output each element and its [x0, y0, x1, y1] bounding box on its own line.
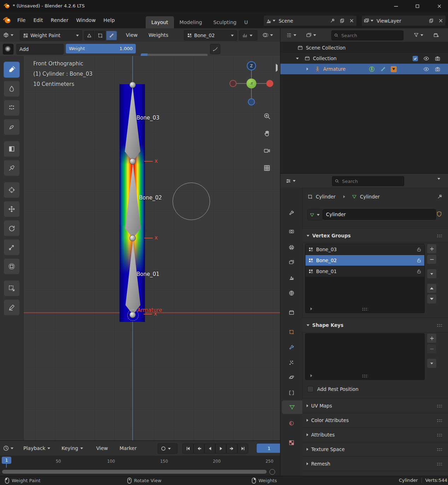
- tab-view-layer[interactable]: [280, 255, 302, 269]
- menu-edit[interactable]: Edit: [29, 15, 47, 25]
- scene-browse-button[interactable]: [264, 18, 277, 24]
- panel-drag-grip[interactable]: [437, 462, 443, 466]
- lock-open-icon[interactable]: [417, 247, 421, 252]
- paint-mask-face-toggle[interactable]: [84, 31, 94, 40]
- breadcrumb-data[interactable]: Cylinder: [360, 194, 380, 200]
- playback-menu[interactable]: Playback: [20, 443, 54, 453]
- tool-transform[interactable]: [4, 258, 20, 275]
- menu-window[interactable]: Window: [72, 15, 99, 25]
- marker-menu[interactable]: Marker: [116, 443, 140, 453]
- tab-physics[interactable]: [280, 370, 302, 384]
- vertex-group-add-button[interactable]: [427, 244, 437, 254]
- play-button[interactable]: [215, 444, 226, 454]
- tool-cursor[interactable]: [4, 182, 20, 198]
- menu-help[interactable]: Help: [100, 15, 119, 25]
- navigation-gizmo[interactable]: Z -Y: [226, 59, 276, 108]
- workspace-tab-uv-editing[interactable]: U: [242, 16, 250, 28]
- mode-dropdown[interactable]: Weight Paint: [20, 30, 82, 41]
- properties-search-input[interactable]: [341, 178, 401, 184]
- mesh-browse-button[interactable]: [307, 209, 323, 220]
- panel-drag-grip[interactable]: [437, 448, 443, 451]
- tab-modifiers[interactable]: [280, 340, 302, 354]
- lock-open-icon[interactable]: [417, 258, 421, 263]
- auto-keying-button[interactable]: [158, 443, 178, 454]
- weight-slider[interactable]: Weight 1.000: [66, 44, 136, 53]
- pin-id-icon[interactable]: [437, 194, 443, 200]
- grid-toggle-button[interactable]: [262, 163, 272, 173]
- next-keyframe-button[interactable]: [226, 444, 237, 454]
- scene-pin-icon[interactable]: [328, 18, 337, 23]
- display-mode-dropdown[interactable]: [306, 30, 316, 40]
- blend-mode-dropdown[interactable]: Add: [16, 44, 64, 54]
- hide-eye-icon[interactable]: [423, 66, 429, 72]
- expand-chevron[interactable]: [307, 68, 308, 70]
- prev-keyframe-button[interactable]: [193, 444, 204, 454]
- tab-output[interactable]: [280, 241, 302, 254]
- vertex-group-move-up-button[interactable]: [427, 283, 437, 293]
- new-collection-button[interactable]: [433, 30, 439, 40]
- bone-03-head-joint[interactable]: [129, 158, 136, 164]
- shape-key-add-button[interactable]: [427, 333, 437, 343]
- vertex-group-specials-button[interactable]: [427, 269, 437, 279]
- tool-blur[interactable]: [4, 81, 20, 97]
- vertex-group-row-selected[interactable]: Bone_02: [306, 255, 424, 266]
- paint-mask-vertex-toggle[interactable]: [95, 31, 105, 40]
- tool-average[interactable]: [4, 100, 20, 116]
- timeline-editor-type-button[interactable]: [3, 443, 13, 453]
- tab-texture[interactable]: [280, 436, 302, 449]
- minimize-button[interactable]: [388, 0, 404, 12]
- vertex-groups-header[interactable]: Vertex Groups: [302, 228, 448, 243]
- tool-draw-brush[interactable]: [4, 62, 20, 78]
- workspace-tab-sculpting[interactable]: Sculpting: [208, 16, 242, 28]
- weights-menu[interactable]: Weights: [145, 30, 172, 40]
- tool-annotate[interactable]: [4, 299, 20, 316]
- gizmo-x-neg-axis[interactable]: [229, 80, 237, 87]
- properties-search[interactable]: [332, 176, 404, 186]
- breadcrumb-object[interactable]: Cylinder: [316, 194, 336, 200]
- tool-sample-weight[interactable]: [4, 160, 20, 176]
- radius-pressure-toggle[interactable]: [210, 44, 220, 54]
- scene-new-button[interactable]: [337, 18, 347, 23]
- pan-button[interactable]: [262, 129, 272, 138]
- add-rest-position-checkbox[interactable]: [307, 386, 314, 392]
- close-button[interactable]: [430, 0, 448, 12]
- panel-drag-grip[interactable]: [437, 234, 443, 237]
- tool-scale[interactable]: [4, 239, 20, 255]
- mesh-name-field[interactable]: [323, 209, 436, 220]
- timeline-scrollbar[interactable]: [0, 468, 280, 476]
- playhead-badge[interactable]: 1: [2, 457, 11, 464]
- list-resize-grip[interactable]: [362, 374, 368, 377]
- camera-visibility-icon[interactable]: [435, 66, 441, 72]
- keying-menu[interactable]: Keying: [58, 443, 87, 453]
- bone-02-head-joint[interactable]: [129, 235, 136, 241]
- vertex-group-row[interactable]: Bone_01: [306, 266, 424, 277]
- camera-visibility-icon[interactable]: [435, 56, 441, 62]
- shape-key-remove-button[interactable]: [427, 344, 437, 354]
- object-icon[interactable]: [307, 194, 313, 200]
- tab-scene[interactable]: [280, 271, 302, 284]
- viewlayer-unlink-button[interactable]: [436, 18, 446, 23]
- panel-drag-grip[interactable]: [437, 419, 443, 422]
- tab-object-data[interactable]: [282, 400, 302, 414]
- section-attributes[interactable]: Attributes: [302, 427, 448, 442]
- bone-03-tip-joint[interactable]: [129, 82, 136, 88]
- collection-checkbox[interactable]: [413, 56, 418, 61]
- vertex-groups-list[interactable]: Bone_03 Bone_02 Bone_01: [305, 244, 425, 313]
- viewlayer-browse-button[interactable]: [362, 18, 375, 24]
- fake-user-shield-icon[interactable]: [436, 211, 442, 217]
- tool-move[interactable]: [4, 201, 20, 217]
- gizmo-x-axis[interactable]: [266, 80, 273, 87]
- section-remesh[interactable]: Remesh: [302, 456, 448, 471]
- scrollbar-end-handle[interactable]: [269, 469, 275, 475]
- current-frame-field[interactable]: 1: [257, 444, 281, 453]
- shape-key-specials-button[interactable]: [427, 358, 437, 368]
- shape-keys-header[interactable]: Shape Keys: [302, 318, 448, 333]
- section-texture-space[interactable]: Texture Space: [302, 442, 448, 457]
- viewlayer-new-button[interactable]: [426, 18, 436, 23]
- tab-world[interactable]: [280, 286, 302, 300]
- jump-to-start-button[interactable]: [182, 444, 193, 454]
- scene-unlink-button[interactable]: [347, 18, 356, 23]
- outliner-row-armature[interactable]: Armature: [280, 64, 448, 74]
- hide-eye-icon[interactable]: [423, 56, 429, 62]
- tab-tool[interactable]: [280, 206, 302, 219]
